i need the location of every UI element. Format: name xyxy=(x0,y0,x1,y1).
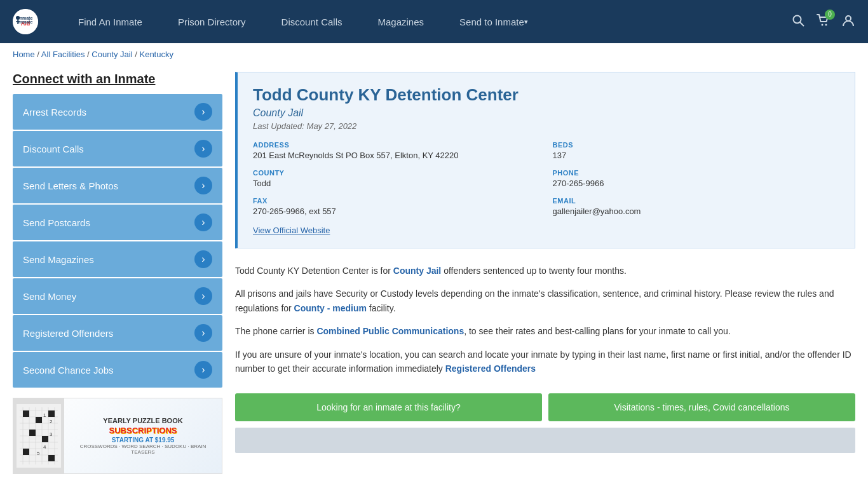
address-label: ADDRESS xyxy=(253,141,540,149)
sidebar-arrow-0: › xyxy=(194,103,212,121)
breadcrumb-all-facilities[interactable]: All Facilities xyxy=(41,50,85,59)
svg-point-10 xyxy=(846,16,851,21)
svg-point-3 xyxy=(16,16,20,20)
sidebar-item-arrest-records[interactable]: Arrest Records › xyxy=(13,94,222,130)
fax-value: 270-265-9966, ext 557 xyxy=(253,207,540,216)
desc-county-medium-link[interactable]: County - medium xyxy=(294,303,367,313)
address-value: 201 East McReynolds St PO Box 557, Elkto… xyxy=(253,151,540,160)
breadcrumb: Home / All Facilities / County Jail / Ke… xyxy=(0,43,868,65)
svg-text:2: 2 xyxy=(50,419,53,424)
facility-type: County Jail xyxy=(253,107,839,119)
nav-prison-directory[interactable]: Prison Directory xyxy=(160,0,264,43)
detail-address: ADDRESS 201 East McReynolds St PO Box 55… xyxy=(253,141,540,160)
breadcrumb-kentucky[interactable]: Kentucky xyxy=(139,50,173,59)
ad-types: CROSSWORDS · WORD SEARCH · SUDOKU · BRAI… xyxy=(71,444,215,455)
svg-text:5: 5 xyxy=(37,451,40,456)
svg-point-9 xyxy=(825,24,827,25)
ad-puzzle-image: 1 2 3 4 5 xyxy=(13,398,64,473)
desc-para4: If you are unsure of your inmate's locat… xyxy=(235,348,855,376)
desc-para1: Todd County KY Detention Center is for C… xyxy=(235,264,855,278)
county-value: Todd xyxy=(253,179,540,188)
desc-para3: The phone carrier is Combined Public Com… xyxy=(235,324,855,338)
official-website-link[interactable]: View Official Website xyxy=(253,226,330,235)
sidebar-item-send-letters[interactable]: Send Letters & Photos › xyxy=(13,168,222,203)
sidebar-arrow-4: › xyxy=(194,250,212,268)
sidebar-arrow-7: › xyxy=(194,361,212,379)
sidebar-item-send-money[interactable]: Send Money › xyxy=(13,278,222,314)
sidebar-arrow-3: › xyxy=(194,214,212,231)
svg-rect-32 xyxy=(23,449,29,455)
desc-registered-offenders-link[interactable]: Registered Offenders xyxy=(445,363,536,374)
nav-find-inmate[interactable]: Find An Inmate xyxy=(60,0,160,43)
beds-value: 137 xyxy=(553,151,840,160)
logo[interactable]: inmate Aid xyxy=(13,9,41,34)
svg-point-8 xyxy=(822,24,824,25)
phone-label: PHONE xyxy=(553,169,840,177)
county-label: COUNTY xyxy=(253,169,540,177)
header-icons: 0 xyxy=(792,13,855,30)
svg-text:inmate: inmate xyxy=(18,16,33,20)
search-icon[interactable] xyxy=(792,14,804,30)
breadcrumb-home[interactable]: Home xyxy=(13,50,35,59)
ad-text: YEARLY PUZZLE BOOK SUBSCRIPTIONS STARTIN… xyxy=(71,417,215,454)
facility-details: ADDRESS 201 East McReynolds St PO Box 55… xyxy=(253,141,839,216)
svg-rect-27 xyxy=(23,410,29,417)
detail-email: EMAIL gallenjailer@yahoo.com xyxy=(553,197,840,216)
email-value: gallenjailer@yahoo.com xyxy=(553,207,840,216)
sidebar-item-send-postcards[interactable]: Send Postcards › xyxy=(13,205,222,240)
ad-price: STARTING AT $19.95 xyxy=(71,437,215,444)
detail-fax: FAX 270-265-9966, ext 557 xyxy=(253,197,540,216)
detail-phone: PHONE 270-265-9966 xyxy=(553,169,840,188)
sidebar-ad[interactable]: 1 2 3 4 5 YEARLY PUZZLE BOOK SUBSCRIPTIO… xyxy=(13,398,222,474)
svg-text:1: 1 xyxy=(43,412,46,418)
email-label: EMAIL xyxy=(553,197,840,205)
nav-magazines[interactable]: Magazines xyxy=(360,0,442,43)
facility-title: Todd County KY Detention Center xyxy=(253,85,839,105)
action-buttons: Looking for an inmate at this facility? … xyxy=(235,393,855,421)
beds-label: BEDS xyxy=(553,141,840,149)
official-link[interactable]: View Official Website xyxy=(253,225,839,235)
desc-phone-carrier-link[interactable]: Combined Public Communications xyxy=(316,326,464,336)
svg-rect-28 xyxy=(36,417,42,423)
sidebar: Connect with an Inmate Arrest Records › … xyxy=(13,72,222,474)
svg-text:4: 4 xyxy=(43,444,46,450)
ad-title-line2: SUBSCRIPTIONS xyxy=(71,426,215,437)
logo-icon: inmate Aid xyxy=(13,9,38,34)
sidebar-menu: Arrest Records › Discount Calls › Send L… xyxy=(13,94,222,388)
sidebar-item-registered-offenders[interactable]: Registered Offenders › xyxy=(13,315,222,351)
phone-value: 270-265-9966 xyxy=(553,179,840,188)
svg-rect-29 xyxy=(48,410,55,417)
cart-badge: 0 xyxy=(825,10,835,20)
bottom-bar xyxy=(235,428,855,453)
facility-card: Todd County KY Detention Center County J… xyxy=(235,72,855,248)
sidebar-item-send-magazines[interactable]: Send Magazines › xyxy=(13,241,222,277)
cart-icon[interactable]: 0 xyxy=(816,13,830,30)
svg-point-6 xyxy=(794,15,801,23)
main-content: Todd County KY Detention Center County J… xyxy=(235,72,855,474)
sidebar-arrow-6: › xyxy=(194,324,212,342)
sidebar-title: Connect with an Inmate xyxy=(13,72,222,86)
svg-rect-30 xyxy=(29,430,36,436)
sidebar-arrow-5: › xyxy=(194,287,212,305)
svg-rect-33 xyxy=(48,455,55,461)
desc-county-jail-link[interactable]: County Jail xyxy=(393,266,441,276)
breadcrumb-county-jail[interactable]: County Jail xyxy=(92,50,132,59)
svg-text:3: 3 xyxy=(50,431,53,437)
svg-text:Aid: Aid xyxy=(21,20,31,27)
user-icon[interactable] xyxy=(841,13,855,30)
looking-for-inmate-button[interactable]: Looking for an inmate at this facility? xyxy=(235,393,542,421)
sidebar-item-discount-calls[interactable]: Discount Calls › xyxy=(13,131,222,166)
header: inmate Aid Find An Inmate Prison Directo… xyxy=(0,0,868,43)
visitations-button[interactable]: Visitations - times, rules, Covid cancel… xyxy=(548,393,855,421)
nav-send-to-inmate[interactable]: Send to Inmate xyxy=(442,0,546,43)
detail-county: COUNTY Todd xyxy=(253,169,540,188)
description: Todd County KY Detention Center is for C… xyxy=(235,261,855,387)
nav-discount-calls[interactable]: Discount Calls xyxy=(264,0,360,43)
svg-line-7 xyxy=(800,22,804,26)
fax-label: FAX xyxy=(253,197,540,205)
svg-rect-31 xyxy=(42,436,48,442)
sidebar-arrow-2: › xyxy=(194,177,212,194)
sidebar-item-second-chance-jobs[interactable]: Second Chance Jobs › xyxy=(13,352,222,388)
facility-updated: Last Updated: May 27, 2022 xyxy=(253,121,839,131)
main-nav: Find An Inmate Prison Directory Discount… xyxy=(60,0,792,43)
